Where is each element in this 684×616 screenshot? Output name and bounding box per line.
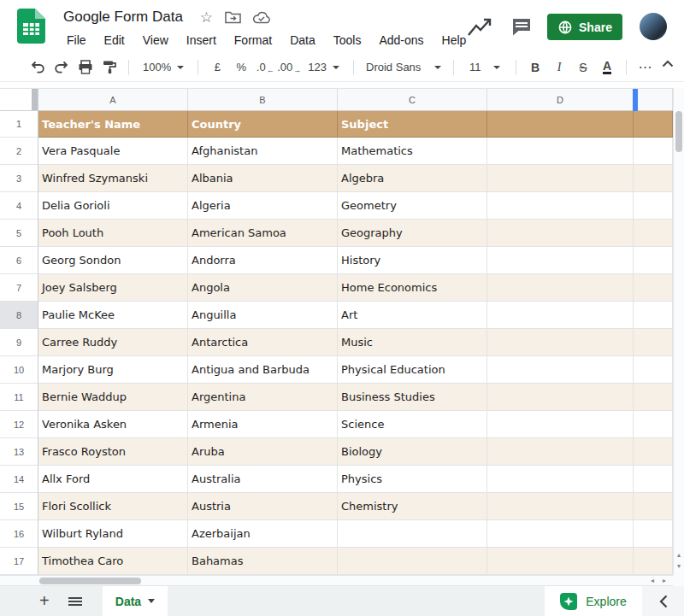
cell-empty[interactable] — [634, 493, 673, 520]
cell-empty[interactable] — [487, 520, 634, 548]
column-header-b[interactable]: B — [188, 89, 338, 110]
move-folder-icon[interactable] — [225, 10, 241, 24]
row-header[interactable]: 16 — [0, 520, 38, 548]
bold-button[interactable]: B — [523, 56, 547, 79]
font-size-select[interactable]: 11 — [461, 61, 509, 73]
row-header[interactable]: 17 — [0, 548, 38, 575]
paint-format-button[interactable] — [97, 56, 121, 79]
increase-decimal-button[interactable]: .00 → — [277, 56, 301, 79]
cell-empty[interactable] — [634, 438, 673, 466]
cell-empty[interactable] — [487, 329, 634, 356]
menu-format[interactable]: Format — [231, 32, 275, 49]
cell-country[interactable]: American Samoa — [188, 220, 338, 247]
cell-empty[interactable] — [634, 138, 673, 165]
document-title[interactable]: Google Form Data — [63, 9, 183, 26]
cell-country[interactable]: Algeria — [188, 192, 338, 220]
cell-teacher-name[interactable]: Paulie McKee — [38, 302, 188, 329]
cell-empty[interactable] — [634, 356, 673, 384]
vertical-scrollbar[interactable]: ▴ ▾ — [673, 88, 684, 575]
column-header-e[interactable] — [634, 89, 673, 110]
cell-subject[interactable]: Algebra — [338, 165, 487, 192]
collapse-panel-button[interactable] — [642, 586, 684, 616]
cell-empty[interactable] — [634, 247, 673, 274]
cell-empty[interactable] — [634, 165, 673, 192]
cell-country[interactable]: Angola — [188, 274, 338, 302]
decrease-decimal-button[interactable]: .0 ← — [253, 56, 277, 79]
cell-empty[interactable] — [634, 520, 673, 548]
cell-empty[interactable] — [634, 466, 673, 493]
cell-teacher-name[interactable]: Winfred Szymanski — [38, 165, 188, 192]
italic-button[interactable]: I — [547, 56, 571, 79]
cell-empty[interactable] — [634, 329, 673, 356]
cell-teacher-name[interactable]: Marjory Burg — [38, 356, 188, 384]
cell-subject[interactable]: Business Studies — [338, 384, 487, 411]
cell-country[interactable]: Austria — [188, 493, 338, 520]
row-header[interactable]: 14 — [0, 466, 38, 493]
explore-button[interactable]: Explore — [545, 586, 642, 616]
cell-country[interactable]: Antigua and Barbuda — [188, 356, 338, 384]
menu-edit[interactable]: Edit — [101, 32, 128, 49]
cell-subject[interactable]: History — [338, 247, 487, 274]
menu-file[interactable]: File — [63, 32, 90, 49]
cell-subject[interactable] — [338, 520, 487, 548]
cell-subject[interactable]: Science — [338, 411, 487, 438]
row-header[interactable]: 9 — [0, 329, 38, 356]
row-header[interactable]: 8 — [0, 302, 38, 329]
cell-subject[interactable]: Physics — [338, 466, 487, 493]
row-header[interactable]: 5 — [0, 220, 38, 247]
cell-subject[interactable]: Geometry — [338, 192, 487, 220]
strikethrough-button[interactable]: S — [571, 56, 595, 79]
row-header[interactable]: 15 — [0, 493, 38, 520]
cell-empty[interactable] — [634, 302, 673, 329]
text-color-button[interactable]: A — [595, 56, 619, 79]
cell-teacher-name[interactable]: Delia Gorioli — [38, 192, 188, 220]
menu-data[interactable]: Data — [286, 32, 319, 49]
menu-help[interactable]: Help — [439, 32, 470, 49]
cell-subject[interactable]: Physical Education — [338, 356, 487, 384]
cell-empty[interactable] — [487, 548, 634, 575]
header-cell-empty[interactable] — [634, 111, 673, 138]
cell-empty[interactable] — [487, 274, 634, 302]
scroll-right-icon[interactable]: ▸ — [663, 577, 666, 584]
horizontal-scrollbar-thumb[interactable] — [39, 578, 141, 584]
header-cell-country[interactable]: Country — [188, 111, 338, 138]
cell-empty[interactable] — [487, 165, 634, 192]
cell-empty[interactable] — [487, 220, 634, 247]
zoom-select[interactable]: 100% — [136, 61, 191, 73]
cell-subject[interactable]: Home Economics — [338, 274, 487, 302]
cell-teacher-name[interactable]: Veronika Asken — [38, 411, 188, 438]
cell-country[interactable]: Andorra — [188, 247, 338, 274]
row-header[interactable]: 12 — [0, 411, 38, 438]
column-header-a[interactable]: A — [38, 89, 188, 110]
redo-button[interactable] — [50, 56, 74, 79]
number-format-select[interactable]: 123 — [301, 61, 346, 73]
cell-country[interactable]: Aruba — [188, 438, 338, 466]
collapse-toolbar-button[interactable] — [662, 60, 674, 67]
cell-empty[interactable] — [487, 302, 634, 329]
cell-teacher-name[interactable]: Vera Pasquale — [38, 138, 188, 165]
undo-button[interactable] — [26, 56, 50, 79]
row-header[interactable]: 11 — [0, 384, 38, 411]
header-cell-subject[interactable]: Subject — [338, 111, 487, 138]
account-avatar[interactable] — [640, 13, 667, 40]
cell-subject[interactable]: Chemistry — [338, 493, 487, 520]
cell-country[interactable]: Antarctica — [188, 329, 338, 356]
cell-empty[interactable] — [487, 384, 634, 411]
cell-empty[interactable] — [634, 411, 673, 438]
more-toolbar-button[interactable]: ⋯ — [634, 56, 657, 79]
header-cell-teachers-name[interactable]: Teacher's Name — [38, 111, 188, 138]
row-header[interactable]: 7 — [0, 274, 38, 302]
menu-tools[interactable]: Tools — [330, 32, 365, 49]
cell-teacher-name[interactable]: Joey Salsberg — [38, 274, 188, 302]
cell-empty[interactable] — [634, 548, 673, 575]
menu-view[interactable]: View — [139, 32, 172, 49]
header-cell-empty[interactable] — [487, 111, 634, 138]
cell-empty[interactable] — [634, 384, 673, 411]
font-select[interactable]: Droid Sans — [361, 61, 446, 73]
cell-subject[interactable]: Music — [338, 329, 487, 356]
currency-format-button[interactable]: £ — [205, 56, 229, 79]
row-header[interactable]: 2 — [0, 138, 38, 165]
cell-country[interactable]: Anguilla — [188, 302, 338, 329]
cell-empty[interactable] — [487, 493, 634, 520]
cell-teacher-name[interactable]: Carree Ruddy — [38, 329, 188, 356]
